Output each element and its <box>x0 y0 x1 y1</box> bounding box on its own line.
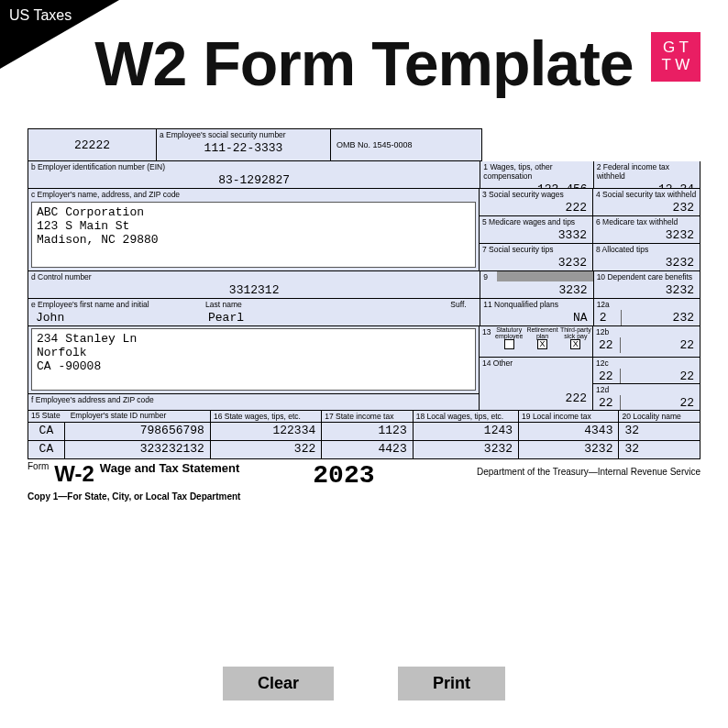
w2-form: 22222 a Employee's social security numbe… <box>28 128 700 502</box>
checkbox-statutory[interactable] <box>504 339 514 349</box>
state-row-0-id[interactable]: 798656798 <box>65 423 210 438</box>
state-row-0-local-tax[interactable]: 4343 <box>519 423 618 438</box>
label-omb: OMB No. 1545-0008 <box>331 139 415 151</box>
state-row-0-local-wages[interactable]: 1243 <box>414 423 518 438</box>
label-department: Department of the Treasury—Internal Reve… <box>477 461 700 477</box>
label-box19: 19 Local income tax <box>519 411 618 422</box>
label-box10: 10 Dependent care benefits <box>594 271 700 282</box>
value-box12a[interactable]: 232 <box>622 310 700 325</box>
state-row-1-local-wages[interactable]: 3232 <box>414 441 518 457</box>
label-box7: 7 Social security tips <box>480 244 592 255</box>
checkbox-sickpay[interactable]: X <box>570 339 580 349</box>
label-year: 2023 <box>313 461 374 490</box>
label-retirement: Retirement plan <box>525 326 558 339</box>
state-row-1-locality[interactable]: 32 <box>619 441 700 457</box>
value-employee-address[interactable]: 234 Stanley Ln Norfolk CA -90008 <box>31 328 476 391</box>
value-box8[interactable]: 3232 <box>593 255 700 270</box>
value-box12b[interactable]: 22 <box>621 337 700 353</box>
label-f-address: f Employee's address and ZIP code <box>28 393 479 405</box>
value-box14[interactable]: 222 <box>480 391 592 406</box>
box-22222: 22222 <box>69 138 116 153</box>
value-box10[interactable]: 3232 <box>594 282 700 298</box>
value-box12d[interactable]: 22 <box>621 395 700 411</box>
label-box2: 2 Federal income tax withheld <box>594 161 700 182</box>
state-row-0-income-tax[interactable]: 1123 <box>322 423 412 438</box>
state-row-0-wages[interactable]: 122334 <box>211 423 321 438</box>
label-box18: 18 Local wages, tips, etc. <box>414 411 518 422</box>
label-box20: 20 Locality name <box>619 411 700 422</box>
label-box12a: 12a <box>594 299 700 310</box>
value-control[interactable]: 3312312 <box>28 282 480 298</box>
label-box9: 9 <box>480 271 497 282</box>
label-e-firstname: e Employee's first name and initial <box>28 299 203 310</box>
label-box12d: 12d <box>593 384 700 395</box>
value-firstname[interactable]: John <box>28 310 203 325</box>
value-box5[interactable]: 3332 <box>480 227 592 243</box>
value-box9[interactable]: 3232 <box>480 282 592 298</box>
value-box11[interactable]: NA <box>480 310 592 325</box>
value-box2[interactable]: 12,34 <box>594 182 700 189</box>
checkbox-retirement[interactable]: X <box>537 339 547 349</box>
label-b-ein: b Employer identification number (EIN) <box>28 161 480 172</box>
label-box12b: 12b <box>593 326 700 337</box>
state-row-1-state[interactable]: CA <box>28 441 64 457</box>
state-row-1-income-tax[interactable]: 4423 <box>322 441 412 457</box>
value-box6[interactable]: 3232 <box>593 227 700 243</box>
value-box4[interactable]: 232 <box>593 200 700 215</box>
state-row-1-wages[interactable]: 322 <box>211 441 321 457</box>
label-lastname: Last name <box>203 299 447 310</box>
value-box12c-code[interactable]: 22 <box>593 369 621 384</box>
label-box14: 14 Other <box>480 358 592 369</box>
label-statutory: Statutory employee <box>492 326 525 339</box>
state-row-0-state[interactable]: CA <box>28 423 64 438</box>
state-row-1-id[interactable]: 323232132 <box>65 441 210 457</box>
value-ssn[interactable]: 111-22-3333 <box>157 140 330 156</box>
value-box12d-code[interactable]: 22 <box>593 395 621 411</box>
label-w2: W-2 <box>54 461 94 487</box>
label-box13: 13 <box>480 326 492 349</box>
label-box16: 16 State wages, tips, etc. <box>211 411 321 422</box>
label-box17: 17 State income tax <box>322 411 412 422</box>
clear-button[interactable]: Clear <box>223 667 334 700</box>
label-box12c: 12c <box>593 358 700 369</box>
page-title: W2 Form Template <box>0 28 728 99</box>
value-ein[interactable]: 83-1292827 <box>28 172 480 188</box>
value-box1[interactable]: 123,456 <box>480 182 592 189</box>
value-box12c[interactable]: 22 <box>621 369 700 384</box>
label-box8: 8 Allocated tips <box>593 244 700 255</box>
value-box12b-code[interactable]: 22 <box>593 337 621 353</box>
label-sickpay: Third-party sick pay <box>559 326 592 339</box>
state-row-0-locality[interactable]: 32 <box>619 423 700 438</box>
label-a-ssn: a Employee's social security number <box>157 129 330 140</box>
label-c-employer: c Employer's name, address, and ZIP code <box>28 189 479 200</box>
value-employer[interactable]: ABC Corporation 123 S Main St Madison, N… <box>31 202 476 268</box>
value-lastname[interactable]: Pearl <box>203 310 249 325</box>
label-box3: 3 Social security wages <box>480 189 592 200</box>
label-form: Form <box>28 461 49 471</box>
label-employer-state-id: Employer's state ID number <box>68 411 170 421</box>
label-box6: 6 Medicare tax withheld <box>593 216 700 227</box>
label-box1: 1 Wages, tips, other compensation <box>480 161 592 182</box>
value-box3[interactable]: 222 <box>480 200 592 215</box>
label-suffix: Suff. <box>447 299 480 310</box>
state-row-1-local-tax[interactable]: 3232 <box>519 441 618 457</box>
print-button[interactable]: Print <box>398 667 505 700</box>
label-copy: Copy 1—For State, City, or Local Tax Dep… <box>28 491 700 502</box>
label-box15: 15 State <box>28 411 63 421</box>
label-box11: 11 Nonqualified plans <box>480 299 592 310</box>
label-statement: Wage and Tax Statement <box>100 461 239 475</box>
value-box7[interactable]: 3232 <box>480 255 592 270</box>
value-box12a-code[interactable]: 2 <box>594 310 622 325</box>
label-box5: 5 Medicare wages and tips <box>480 216 592 227</box>
label-d-control: d Control number <box>28 271 480 282</box>
label-box4: 4 Social security tax withheld <box>593 189 700 200</box>
